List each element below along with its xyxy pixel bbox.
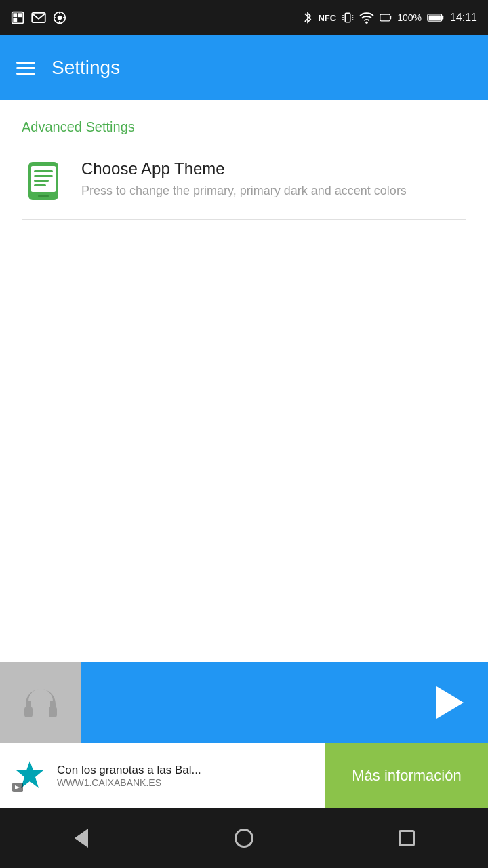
svg-rect-3 bbox=[13, 18, 17, 22]
choose-app-theme-text: Choose App Theme Press to change the pri… bbox=[81, 159, 466, 199]
recents-icon bbox=[399, 830, 415, 846]
advanced-settings-section: Advanced Settings bbox=[0, 100, 488, 146]
choose-app-theme-item[interactable]: Choose App Theme Press to change the pri… bbox=[0, 146, 488, 216]
svg-rect-11 bbox=[345, 13, 350, 22]
system-nav-bar bbox=[0, 808, 488, 868]
bluetooth-icon bbox=[303, 11, 312, 24]
hamburger-menu-button[interactable] bbox=[16, 62, 35, 75]
mail-icon bbox=[31, 12, 46, 23]
svg-rect-26 bbox=[34, 170, 53, 172]
svg-rect-32 bbox=[49, 707, 57, 717]
svg-rect-1 bbox=[13, 13, 17, 17]
settings-divider bbox=[22, 219, 466, 220]
ad-banner[interactable]: Con los granotas a las Bal... WWW1.CAIXA… bbox=[0, 743, 488, 808]
app-bar: Settings bbox=[0, 35, 488, 100]
headphone-icon bbox=[19, 681, 62, 724]
svg-rect-2 bbox=[18, 13, 22, 17]
nav-back-button[interactable] bbox=[54, 811, 108, 865]
wifi-icon bbox=[359, 12, 374, 24]
svg-rect-22 bbox=[429, 16, 441, 20]
time-display: 14:11 bbox=[450, 12, 477, 24]
home-icon bbox=[235, 829, 253, 848]
nfc-icon: NFC bbox=[318, 13, 336, 23]
choose-app-theme-title: Choose App Theme bbox=[81, 159, 466, 178]
nav-home-button[interactable] bbox=[217, 811, 271, 865]
player-bar-controls[interactable] bbox=[81, 662, 488, 743]
ad-content-area: Con los granotas a las Bal... WWW1.CAIXA… bbox=[0, 743, 325, 808]
choose-app-theme-subtitle: Press to change the primary, primary dar… bbox=[81, 182, 466, 199]
ad-cta-label: Más información bbox=[352, 767, 461, 785]
player-bar-album-art bbox=[0, 662, 81, 743]
battery-icon bbox=[427, 12, 445, 23]
svg-rect-30 bbox=[38, 195, 49, 197]
ad-logo bbox=[11, 757, 49, 795]
battery-meter-icon bbox=[380, 12, 392, 23]
ad-url: WWW1.CAIXABANK.ES bbox=[57, 777, 314, 788]
svg-rect-25 bbox=[31, 166, 56, 192]
status-bar-left-icons bbox=[11, 11, 66, 24]
status-bar-right-icons: NFC 100% 1 bbox=[303, 11, 477, 24]
nav-recents-button[interactable] bbox=[380, 811, 434, 865]
ad-title: Con los granotas a las Bal... bbox=[57, 764, 314, 777]
svg-rect-20 bbox=[390, 16, 392, 20]
svg-rect-31 bbox=[24, 707, 33, 717]
ad-text-block: Con los granotas a las Bal... WWW1.CAIXA… bbox=[57, 764, 314, 788]
svg-rect-29 bbox=[34, 184, 46, 186]
section-header-text: Advanced Settings bbox=[22, 119, 135, 134]
svg-rect-27 bbox=[34, 175, 53, 177]
svg-rect-4 bbox=[32, 13, 45, 22]
svg-point-18 bbox=[365, 21, 368, 24]
media-icon bbox=[53, 11, 66, 24]
play-button[interactable] bbox=[436, 686, 464, 719]
svg-rect-23 bbox=[442, 16, 444, 19]
battery-percent: 100% bbox=[397, 12, 422, 23]
svg-rect-19 bbox=[380, 14, 390, 21]
svg-rect-28 bbox=[34, 180, 49, 182]
app-bar-title: Settings bbox=[52, 57, 120, 79]
back-icon bbox=[75, 829, 88, 848]
phone-list-icon bbox=[22, 159, 65, 203]
player-bar[interactable] bbox=[0, 662, 488, 743]
status-bar: NFC 100% 1 bbox=[0, 0, 488, 35]
ad-cta-button[interactable]: Más información bbox=[325, 743, 488, 808]
svg-point-6 bbox=[58, 16, 62, 20]
vibrate-icon bbox=[342, 11, 354, 24]
gallery-icon bbox=[11, 11, 24, 24]
